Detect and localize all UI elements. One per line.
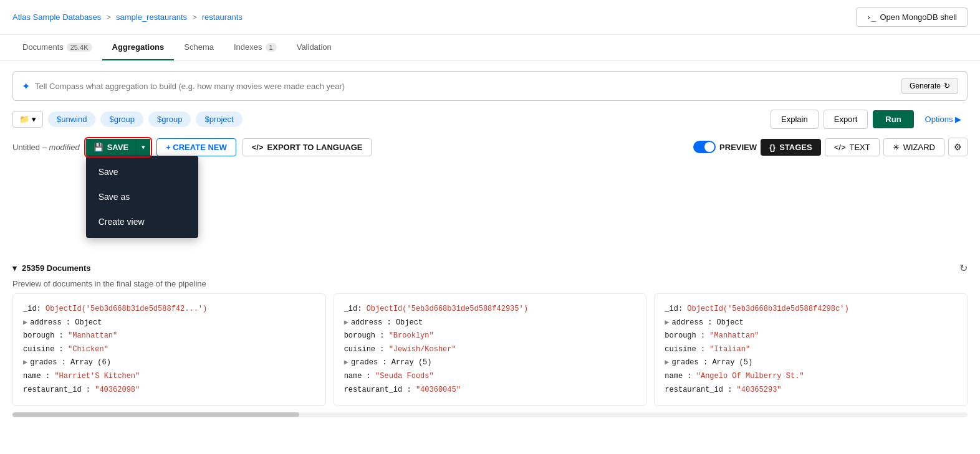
caret-down-icon: ▾ [142,143,145,151]
doc-field-address-3: ▶address : Object [665,316,957,330]
doc-field-cuisine-3: cuisine : "Italian" [665,343,957,357]
doc-field-grades-2: ▶grades : Array (5) [344,356,637,370]
stage-group-2[interactable]: $group [148,111,191,127]
doc-field-address-1: ▶address : Object [23,316,315,330]
doc-field-cuisine-1: cuisine : "Chicken" [23,343,315,357]
chevron-down-icon: ▾ [32,115,36,124]
save-row-right: PREVIEW {} STAGES </> TEXT ✳ WIZARD ⚙ [693,138,968,156]
document-card-1: _id: ObjectId('5eb3d668b31de5d588f42...'… [12,293,326,406]
shell-icon: ›_ [867,12,877,22]
stages-button[interactable]: {} STAGES [761,139,821,156]
braces-icon: {} [769,143,776,152]
breadcrumb-part2[interactable]: sample_restaurants [116,12,187,22]
scrollbar-thumb[interactable] [12,412,299,417]
doc-field-rid-2: restaurant_id : "40360045" [344,384,637,397]
doc-field-id-3: _id: ObjectId('5eb3d668b31de5d588f4298c'… [665,303,957,316]
tab-documents[interactable]: Documents 25.4K [12,35,102,60]
pipeline-title: Untitled – modified [12,143,80,152]
refresh-icon: ↻ [944,82,950,90]
doc-field-cuisine-2: cuisine : "Jewish/Kosher" [344,343,637,357]
breadcrumb-sep2: > [192,12,197,22]
doc-field-id-1: _id: ObjectId('5eb3d668b31de5d588f42...'… [23,303,315,316]
doc-field-rid-3: restaurant_id : "40365293" [665,384,957,397]
options-button[interactable]: Options ▶ [919,110,968,128]
tab-validation[interactable]: Validation [287,35,342,60]
save-row: Untitled – modified 💾 SAVE ▾ Save Save a… [12,138,968,156]
save-button-wrapper: 💾 SAVE ▾ Save Save as Create view [86,139,150,156]
doc-field-borough-1: borough : "Manhattan" [23,329,315,343]
pipeline-left: 📁 ▾ $unwind $group $group $project [12,111,243,128]
export-button[interactable]: Export [824,110,868,129]
export-to-language-button[interactable]: </> EXPORT TO LANGUAGE [243,138,372,156]
breadcrumb-part3[interactable]: restaurants [202,12,243,22]
preview-label: PREVIEW [719,143,757,152]
text-button[interactable]: </> TEXT [825,138,880,156]
documents-refresh-button[interactable]: ↻ [959,262,968,274]
save-main-button[interactable]: 💾 SAVE [86,139,137,156]
documents-grid: _id: ObjectId('5eb3d668b31de5d588f42...'… [12,293,968,406]
dropdown-save[interactable]: Save [86,159,198,184]
doc-field-grades-1: ▶grades : Array (6) [23,356,315,370]
pipeline-row: 📁 ▾ $unwind $group $group $project Expla… [12,110,968,129]
gear-icon: ⚙ [954,142,962,152]
wizard-button[interactable]: ✳ WIZARD [883,138,944,156]
ai-sparkle-icon: ✦ [22,80,30,92]
doc-field-id-2: _id: ObjectId('5eb3d668b31de5d588f42935'… [344,303,637,316]
tab-indexes[interactable]: Indexes 1 [224,35,287,60]
doc-field-rid-1: restaurant_id : "40362098" [23,384,315,397]
docs-title-area: ▾ 25359 Documents [12,263,91,273]
code-icon: </> [252,143,264,152]
pipeline-folder-button[interactable]: 📁 ▾ [12,111,43,128]
create-new-button[interactable]: + CREATE NEW [156,138,236,156]
doc-field-borough-3: borough : "Manhattan" [665,329,957,343]
explain-button[interactable]: Explain [771,110,819,129]
documents-header: ▾ 25359 Documents ↻ [12,262,968,274]
stage-group-1[interactable]: $group [100,111,143,127]
preview-toggle-switch[interactable] [693,141,716,153]
folder-icon: 📁 [19,115,29,124]
documents-section: ▾ 25359 Documents ↻ Preview of documents… [12,262,968,417]
tabs-bar: Documents 25.4K Aggregations Schema Inde… [0,35,980,61]
text-code-icon: </> [834,143,846,152]
save-disk-icon: 💾 [94,143,103,152]
settings-button[interactable]: ⚙ [948,138,968,156]
save-caret-button[interactable]: ▾ [137,139,150,156]
doc-field-borough-2: borough : "Brooklyn" [344,329,637,343]
collapse-arrow[interactable]: ▾ [12,263,17,273]
pipeline-right: Explain Export Run Options ▶ [771,110,968,129]
save-dropdown-menu: Save Save as Create view [86,156,198,238]
doc-field-name-3: name : "Angelo Of Mulberry St." [665,370,957,384]
save-row-left: Untitled – modified 💾 SAVE ▾ Save Save a… [12,138,372,156]
document-card-3: _id: ObjectId('5eb3d668b31de5d588f4298c'… [654,293,968,406]
horizontal-scrollbar[interactable] [12,412,968,417]
ai-input-bar: ✦ Generate ↻ [12,71,968,101]
run-button[interactable]: Run [873,110,913,128]
generate-button[interactable]: Generate ↻ [901,78,958,94]
stage-unwind[interactable]: $unwind [48,111,95,127]
breadcrumb-sep1: > [106,12,111,22]
breadcrumb-part1[interactable]: Atlas Sample Databases [12,12,101,22]
docs-count: 25359 Documents [22,263,91,273]
dropdown-create-view[interactable]: Create view [86,209,198,234]
stage-project[interactable]: $project [196,111,242,127]
doc-field-address-2: ▶address : Object [344,316,637,330]
tab-schema[interactable]: Schema [174,35,224,60]
docs-preview-label: Preview of documents in the final stage … [12,279,968,288]
doc-field-grades-3: ▶grades : Array (5) [665,356,957,370]
tab-aggregations[interactable]: Aggregations [102,35,175,60]
document-card-2: _id: ObjectId('5eb3d668b31de5d588f42935'… [334,293,647,406]
open-shell-button[interactable]: ›_ Open MongoDB shell [856,7,968,27]
preview-toggle: PREVIEW [693,141,757,153]
doc-field-name-1: name : "Harriet'S Kitchen" [23,370,315,384]
main-content: ✦ Generate ↻ 📁 ▾ $unwind $group $group $… [0,61,980,427]
doc-field-name-2: name : "Seuda Foods" [344,370,637,384]
dropdown-save-as[interactable]: Save as [86,184,198,209]
wizard-icon: ✳ [893,143,900,152]
breadcrumb: Atlas Sample Databases > sample_restaura… [12,12,243,22]
top-bar: Atlas Sample Databases > sample_restaura… [0,0,980,35]
ai-input[interactable] [35,82,896,91]
